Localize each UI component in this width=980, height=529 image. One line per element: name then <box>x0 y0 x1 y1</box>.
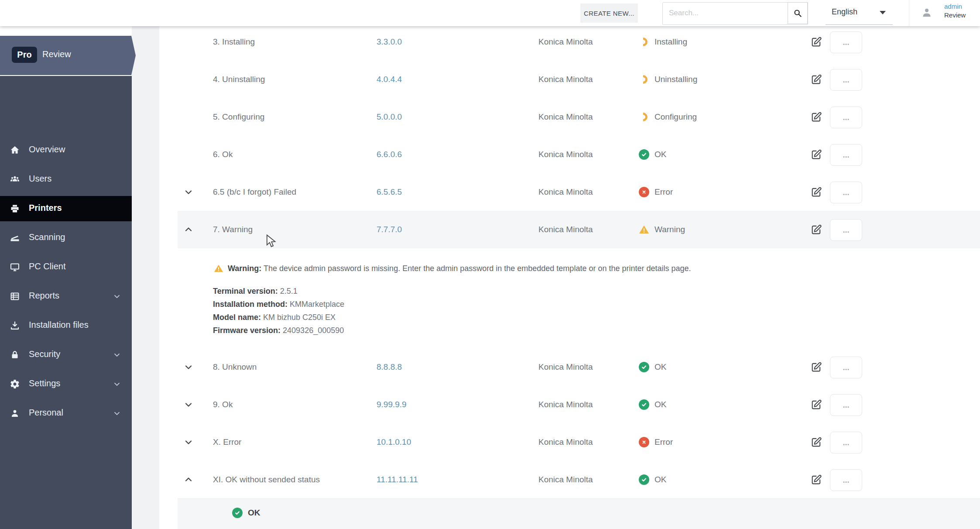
printer-name: X. Error <box>213 423 241 461</box>
edit-icon-button[interactable] <box>810 61 823 98</box>
sidebar-item-settings[interactable]: Settings <box>0 371 132 397</box>
printer-icon <box>10 203 20 214</box>
printer-name: XI. OK without sended status <box>213 461 320 498</box>
row-actions-button[interactable]: ... <box>830 357 862 378</box>
table-row: 8. Unknown 8.8.8.8 Konica Minolta OK ... <box>178 348 980 386</box>
ok-status-icon <box>639 474 649 485</box>
printer-version: 7.7.7.0 <box>377 211 402 248</box>
edit-icon-button[interactable] <box>810 23 823 61</box>
edit-icon-button[interactable] <box>810 348 823 386</box>
status-label: OK <box>654 136 666 173</box>
edit-icon-button[interactable] <box>810 423 823 461</box>
user-role-label: Review <box>944 11 966 20</box>
expanded-ok-label: OK <box>248 508 260 518</box>
brand-name: Review <box>42 49 71 59</box>
monitor-icon <box>10 262 20 272</box>
printer-version: 11.11.11.11 <box>377 461 418 498</box>
status-label: Configuring <box>654 98 697 136</box>
search-input[interactable] <box>663 3 791 24</box>
edit-icon-button[interactable] <box>810 386 823 423</box>
language-dropdown[interactable]: English <box>825 0 893 25</box>
status-label: Installing <box>654 23 687 61</box>
status-icon <box>639 348 650 386</box>
row-actions-button[interactable]: ... <box>830 219 862 241</box>
sidebar-item-printers[interactable]: Printers <box>0 196 132 221</box>
sidebar-item-scanning[interactable]: Scanning <box>0 225 132 251</box>
brand-header: Pro Review <box>0 36 136 75</box>
printer-version: 10.1.0.10 <box>377 423 411 461</box>
person-icon <box>10 408 20 419</box>
error-status-icon <box>639 187 649 197</box>
status-icon <box>639 61 650 98</box>
printer-name: 4. Uninstalling <box>213 61 265 98</box>
table-row: 3. Installing 3.3.0.0 Konica Minolta Ins… <box>178 23 980 61</box>
sidebar-item-label: Printers <box>29 203 62 213</box>
sidebar-item-security[interactable]: Security <box>0 342 132 368</box>
row-actions-button[interactable]: ... <box>830 394 862 416</box>
row-expand-chevron-icon[interactable] <box>183 386 196 423</box>
chevron-down-icon <box>113 409 121 418</box>
lock-icon <box>10 350 20 360</box>
row-actions-button[interactable]: ... <box>830 69 862 91</box>
row-expand-chevron-icon[interactable] <box>183 423 196 461</box>
expanded-warning-panel: Warning: The device admin password is mi… <box>159 248 980 348</box>
sidebar-item-installation-files[interactable]: Installation files <box>0 313 132 338</box>
printer-vendor: Konica Minolta <box>538 173 593 211</box>
printer-name: 7. Warning <box>213 211 253 248</box>
row-actions-button[interactable]: ... <box>830 182 862 203</box>
create-new-button[interactable]: CREATE NEW... <box>580 3 638 23</box>
table-row: 6. Ok 6.6.0.6 Konica Minolta OK ... <box>178 136 980 173</box>
content-gutter <box>132 26 159 529</box>
language-value: English <box>832 7 857 17</box>
edit-icon-button[interactable] <box>810 136 823 173</box>
status-label: OK <box>654 461 666 498</box>
edit-icon-button[interactable] <box>810 461 823 498</box>
row-actions-button[interactable]: ... <box>830 432 862 453</box>
gear-icon <box>10 379 20 389</box>
warning-triangle-icon <box>214 264 223 273</box>
download-icon <box>10 320 20 331</box>
warning-title: Warning: <box>228 264 261 273</box>
search-button[interactable] <box>788 2 808 24</box>
status-label: Uninstalling <box>654 61 697 98</box>
printer-name: 5. Configuring <box>213 98 264 136</box>
sidebar-item-overview[interactable]: Overview <box>0 137 132 163</box>
table-row: XI. OK without sended status 11.11.11.11… <box>178 461 980 498</box>
warning-message-line: Warning: The device admin password is mi… <box>214 264 691 273</box>
edit-icon-button[interactable] <box>810 98 823 136</box>
row-actions-button[interactable]: ... <box>830 106 862 128</box>
row-expand-chevron-icon[interactable] <box>183 461 196 498</box>
table-row: 6.5 (b/c I forgot) Failed 6.5.6.5 Konica… <box>178 173 980 211</box>
sidebar-item-reports[interactable]: Reports <box>0 284 132 309</box>
sidebar-item-label: Users <box>29 174 51 184</box>
progress-arc-icon <box>637 73 649 86</box>
users-icon <box>10 174 20 185</box>
chevron-down-icon <box>880 11 886 14</box>
printer-name: 6.5 (b/c I forgot) Failed <box>213 173 296 211</box>
row-expand-chevron-icon[interactable] <box>183 173 196 211</box>
table-row: 4. Uninstalling 4.0.4.4 Konica Minolta U… <box>178 61 980 98</box>
row-actions-button[interactable]: ... <box>830 31 862 53</box>
row-expand-chevron-icon[interactable] <box>183 348 196 386</box>
row-actions-button[interactable]: ... <box>830 469 862 491</box>
printer-name: 9. Ok <box>213 386 233 423</box>
edit-icon-button[interactable] <box>810 211 823 248</box>
row-actions-button[interactable]: ... <box>830 144 862 166</box>
row-expand-chevron-icon[interactable] <box>183 211 196 248</box>
table-row: 7. Warning 7.7.7.0 Konica Minolta Warnin… <box>178 211 980 248</box>
sidebar-item-label: Security <box>29 349 60 359</box>
user-avatar-icon <box>921 7 933 19</box>
sidebar-item-users[interactable]: Users <box>0 167 132 192</box>
printer-name: 8. Unknown <box>213 348 257 386</box>
user-name-link[interactable]: admin <box>944 2 966 11</box>
printer-version: 5.0.0.0 <box>377 98 402 136</box>
search-icon <box>793 8 802 18</box>
brand-badge: Pro <box>12 47 37 63</box>
topbar: CREATE NEW... English admin Review <box>0 0 980 26</box>
user-info: admin Review <box>944 2 966 20</box>
sidebar: Pro Review OverviewUsersPrintersScanning… <box>0 26 132 529</box>
sidebar-item-pc-client[interactable]: PC Client <box>0 254 132 280</box>
status-icon <box>639 423 650 461</box>
sidebar-item-personal[interactable]: Personal <box>0 401 132 426</box>
edit-icon-button[interactable] <box>810 173 823 211</box>
